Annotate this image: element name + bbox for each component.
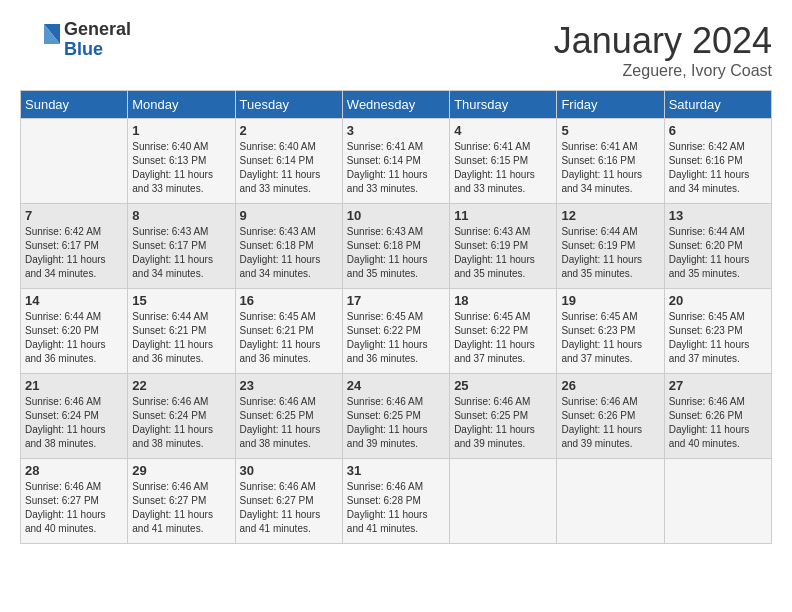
calendar-header: SundayMondayTuesdayWednesdayThursdayFrid… <box>21 91 772 119</box>
day-content: Sunrise: 6:46 AM Sunset: 6:28 PM Dayligh… <box>347 480 445 536</box>
day-content: Sunrise: 6:44 AM Sunset: 6:21 PM Dayligh… <box>132 310 230 366</box>
day-number: 23 <box>240 378 338 393</box>
day-content: Sunrise: 6:43 AM Sunset: 6:18 PM Dayligh… <box>240 225 338 281</box>
calendar-table: SundayMondayTuesdayWednesdayThursdayFrid… <box>20 90 772 544</box>
calendar-cell: 28Sunrise: 6:46 AM Sunset: 6:27 PM Dayli… <box>21 459 128 544</box>
calendar-cell: 23Sunrise: 6:46 AM Sunset: 6:25 PM Dayli… <box>235 374 342 459</box>
day-content: Sunrise: 6:43 AM Sunset: 6:19 PM Dayligh… <box>454 225 552 281</box>
day-number: 21 <box>25 378 123 393</box>
day-number: 1 <box>132 123 230 138</box>
calendar-cell: 11Sunrise: 6:43 AM Sunset: 6:19 PM Dayli… <box>450 204 557 289</box>
day-content: Sunrise: 6:46 AM Sunset: 6:25 PM Dayligh… <box>454 395 552 451</box>
day-number: 5 <box>561 123 659 138</box>
day-number: 17 <box>347 293 445 308</box>
header-day-tuesday: Tuesday <box>235 91 342 119</box>
calendar-cell: 18Sunrise: 6:45 AM Sunset: 6:22 PM Dayli… <box>450 289 557 374</box>
header-day-monday: Monday <box>128 91 235 119</box>
calendar-cell: 31Sunrise: 6:46 AM Sunset: 6:28 PM Dayli… <box>342 459 449 544</box>
day-number: 13 <box>669 208 767 223</box>
day-number: 3 <box>347 123 445 138</box>
day-number: 19 <box>561 293 659 308</box>
title-block: January 2024 Zeguere, Ivory Coast <box>554 20 772 80</box>
day-number: 25 <box>454 378 552 393</box>
logo-general: General <box>64 20 131 40</box>
day-content: Sunrise: 6:44 AM Sunset: 6:19 PM Dayligh… <box>561 225 659 281</box>
day-content: Sunrise: 6:46 AM Sunset: 6:27 PM Dayligh… <box>132 480 230 536</box>
day-content: Sunrise: 6:42 AM Sunset: 6:16 PM Dayligh… <box>669 140 767 196</box>
day-content: Sunrise: 6:41 AM Sunset: 6:15 PM Dayligh… <box>454 140 552 196</box>
day-content: Sunrise: 6:46 AM Sunset: 6:25 PM Dayligh… <box>347 395 445 451</box>
day-content: Sunrise: 6:46 AM Sunset: 6:25 PM Dayligh… <box>240 395 338 451</box>
calendar-cell: 7Sunrise: 6:42 AM Sunset: 6:17 PM Daylig… <box>21 204 128 289</box>
header-row: SundayMondayTuesdayWednesdayThursdayFrid… <box>21 91 772 119</box>
location-subtitle: Zeguere, Ivory Coast <box>554 62 772 80</box>
calendar-cell: 13Sunrise: 6:44 AM Sunset: 6:20 PM Dayli… <box>664 204 771 289</box>
day-number: 28 <box>25 463 123 478</box>
calendar-cell: 29Sunrise: 6:46 AM Sunset: 6:27 PM Dayli… <box>128 459 235 544</box>
calendar-cell: 25Sunrise: 6:46 AM Sunset: 6:25 PM Dayli… <box>450 374 557 459</box>
day-number: 31 <box>347 463 445 478</box>
calendar-cell: 21Sunrise: 6:46 AM Sunset: 6:24 PM Dayli… <box>21 374 128 459</box>
calendar-cell: 27Sunrise: 6:46 AM Sunset: 6:26 PM Dayli… <box>664 374 771 459</box>
day-number: 27 <box>669 378 767 393</box>
calendar-cell: 26Sunrise: 6:46 AM Sunset: 6:26 PM Dayli… <box>557 374 664 459</box>
day-number: 18 <box>454 293 552 308</box>
calendar-cell: 6Sunrise: 6:42 AM Sunset: 6:16 PM Daylig… <box>664 119 771 204</box>
day-number: 30 <box>240 463 338 478</box>
calendar-cell: 22Sunrise: 6:46 AM Sunset: 6:24 PM Dayli… <box>128 374 235 459</box>
calendar-cell <box>557 459 664 544</box>
day-content: Sunrise: 6:45 AM Sunset: 6:22 PM Dayligh… <box>454 310 552 366</box>
calendar-cell: 15Sunrise: 6:44 AM Sunset: 6:21 PM Dayli… <box>128 289 235 374</box>
logo: General Blue <box>20 20 131 60</box>
calendar-week-3: 14Sunrise: 6:44 AM Sunset: 6:20 PM Dayli… <box>21 289 772 374</box>
calendar-cell <box>21 119 128 204</box>
day-number: 24 <box>347 378 445 393</box>
day-content: Sunrise: 6:40 AM Sunset: 6:14 PM Dayligh… <box>240 140 338 196</box>
calendar-cell: 10Sunrise: 6:43 AM Sunset: 6:18 PM Dayli… <box>342 204 449 289</box>
day-number: 12 <box>561 208 659 223</box>
day-content: Sunrise: 6:45 AM Sunset: 6:23 PM Dayligh… <box>561 310 659 366</box>
calendar-cell <box>664 459 771 544</box>
calendar-cell: 8Sunrise: 6:43 AM Sunset: 6:17 PM Daylig… <box>128 204 235 289</box>
day-number: 10 <box>347 208 445 223</box>
day-number: 11 <box>454 208 552 223</box>
day-content: Sunrise: 6:45 AM Sunset: 6:23 PM Dayligh… <box>669 310 767 366</box>
calendar-week-5: 28Sunrise: 6:46 AM Sunset: 6:27 PM Dayli… <box>21 459 772 544</box>
calendar-cell <box>450 459 557 544</box>
day-content: Sunrise: 6:43 AM Sunset: 6:17 PM Dayligh… <box>132 225 230 281</box>
day-content: Sunrise: 6:42 AM Sunset: 6:17 PM Dayligh… <box>25 225 123 281</box>
day-number: 6 <box>669 123 767 138</box>
header-day-saturday: Saturday <box>664 91 771 119</box>
calendar-week-4: 21Sunrise: 6:46 AM Sunset: 6:24 PM Dayli… <box>21 374 772 459</box>
day-content: Sunrise: 6:46 AM Sunset: 6:26 PM Dayligh… <box>561 395 659 451</box>
calendar-week-2: 7Sunrise: 6:42 AM Sunset: 6:17 PM Daylig… <box>21 204 772 289</box>
day-number: 26 <box>561 378 659 393</box>
day-content: Sunrise: 6:43 AM Sunset: 6:18 PM Dayligh… <box>347 225 445 281</box>
calendar-body: 1Sunrise: 6:40 AM Sunset: 6:13 PM Daylig… <box>21 119 772 544</box>
day-number: 7 <box>25 208 123 223</box>
calendar-cell: 1Sunrise: 6:40 AM Sunset: 6:13 PM Daylig… <box>128 119 235 204</box>
day-content: Sunrise: 6:46 AM Sunset: 6:24 PM Dayligh… <box>132 395 230 451</box>
calendar-cell: 30Sunrise: 6:46 AM Sunset: 6:27 PM Dayli… <box>235 459 342 544</box>
day-number: 29 <box>132 463 230 478</box>
header-day-sunday: Sunday <box>21 91 128 119</box>
calendar-cell: 16Sunrise: 6:45 AM Sunset: 6:21 PM Dayli… <box>235 289 342 374</box>
calendar-week-1: 1Sunrise: 6:40 AM Sunset: 6:13 PM Daylig… <box>21 119 772 204</box>
day-number: 16 <box>240 293 338 308</box>
header-day-thursday: Thursday <box>450 91 557 119</box>
day-number: 9 <box>240 208 338 223</box>
calendar-cell: 3Sunrise: 6:41 AM Sunset: 6:14 PM Daylig… <box>342 119 449 204</box>
day-content: Sunrise: 6:46 AM Sunset: 6:26 PM Dayligh… <box>669 395 767 451</box>
calendar-cell: 24Sunrise: 6:46 AM Sunset: 6:25 PM Dayli… <box>342 374 449 459</box>
calendar-cell: 4Sunrise: 6:41 AM Sunset: 6:15 PM Daylig… <box>450 119 557 204</box>
day-content: Sunrise: 6:41 AM Sunset: 6:16 PM Dayligh… <box>561 140 659 196</box>
day-number: 22 <box>132 378 230 393</box>
day-number: 2 <box>240 123 338 138</box>
calendar-cell: 17Sunrise: 6:45 AM Sunset: 6:22 PM Dayli… <box>342 289 449 374</box>
day-content: Sunrise: 6:44 AM Sunset: 6:20 PM Dayligh… <box>25 310 123 366</box>
month-title: January 2024 <box>554 20 772 62</box>
day-number: 20 <box>669 293 767 308</box>
logo-text: General Blue <box>64 20 131 60</box>
calendar-cell: 2Sunrise: 6:40 AM Sunset: 6:14 PM Daylig… <box>235 119 342 204</box>
page-header: General Blue January 2024 Zeguere, Ivory… <box>20 20 772 80</box>
